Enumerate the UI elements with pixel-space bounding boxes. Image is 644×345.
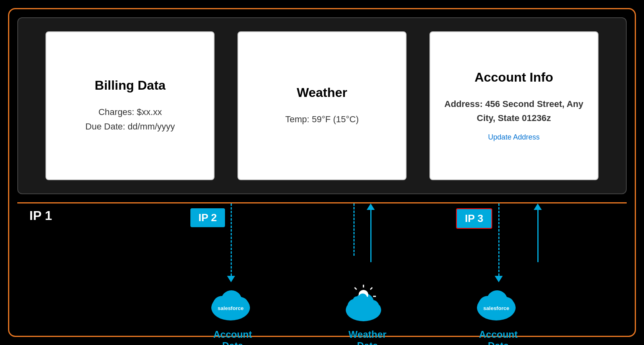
account-data-label-1: Account Data bbox=[202, 329, 263, 345]
weather-card: Weather Temp: 59°F (15°C) bbox=[237, 31, 407, 180]
svg-text:salesforce: salesforce bbox=[218, 305, 244, 311]
billing-title: Billing Data bbox=[95, 78, 165, 93]
account-content: Address: 456 Second Street, Any City, St… bbox=[442, 97, 586, 125]
arrow-up-line-2 bbox=[537, 210, 539, 262]
ip2-badge: IP 2 bbox=[190, 208, 225, 227]
account-title: Account Info bbox=[475, 70, 553, 85]
top-section: Billing Data Charges: $xx.xx Due Date: d… bbox=[17, 17, 627, 194]
billing-content: Charges: $xx.xx Due Date: dd/mm/yyyy bbox=[85, 105, 175, 133]
dashed-line-1 bbox=[231, 203, 232, 276]
weather-data-label: Weather Data bbox=[337, 329, 398, 345]
arrow-up-container-1 bbox=[367, 203, 375, 262]
arrow-up-head-1 bbox=[367, 203, 375, 210]
outer-container: Billing Data Charges: $xx.xx Due Date: d… bbox=[8, 8, 636, 337]
weather-content: Temp: 59°F (15°C) bbox=[285, 112, 359, 126]
update-address-link[interactable]: Update Address bbox=[488, 133, 540, 142]
salesforce-cloud-2: salesforce bbox=[472, 283, 520, 324]
arrow-down-head-3 bbox=[495, 276, 503, 282]
arrow-up-line-1 bbox=[370, 210, 372, 262]
bottom-section: IP 1 IP 2 IP 3 bbox=[17, 202, 627, 328]
weather-title: Weather bbox=[297, 85, 347, 100]
billing-card: Billing Data Charges: $xx.xx Due Date: d… bbox=[45, 31, 215, 180]
arrow-down-head-1 bbox=[227, 276, 235, 282]
svg-line-13 bbox=[355, 288, 357, 290]
dashed-line-3 bbox=[498, 203, 500, 276]
arrow-up-head-2 bbox=[534, 203, 542, 210]
dashed-line-2 bbox=[353, 203, 355, 256]
arrow-up-container-2 bbox=[534, 203, 542, 262]
weather-cloud-icon bbox=[339, 283, 388, 324]
account-data-label-2: Account Data bbox=[468, 329, 528, 345]
ip3-badge: IP 3 bbox=[456, 208, 492, 229]
account-card: Account Info Address: 456 Second Street,… bbox=[429, 31, 599, 180]
svg-line-11 bbox=[370, 288, 372, 290]
salesforce-cloud-1: salesforce bbox=[206, 283, 255, 324]
svg-point-17 bbox=[363, 297, 370, 303]
ip1-label: IP 1 bbox=[29, 208, 52, 223]
svg-text:salesforce: salesforce bbox=[483, 305, 509, 311]
